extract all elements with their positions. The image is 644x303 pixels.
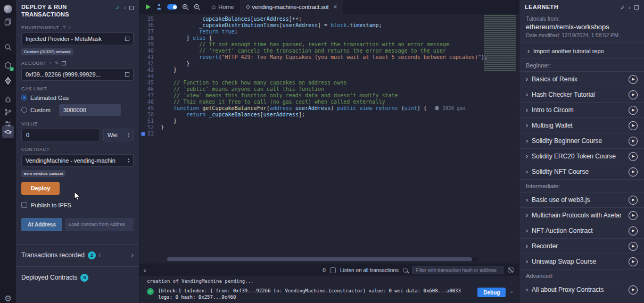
horizontal-scrollbar[interactable] [167, 257, 478, 261]
chevron-right-icon[interactable]: › [124, 5, 126, 11]
collapse-terminal-icon[interactable]: » [142, 269, 148, 271]
learneth-icon[interactable] [0, 127, 16, 138]
tutorial-item[interactable]: ›Multisig Wallet▶ [519, 117, 644, 133]
value-input[interactable] [21, 129, 100, 141]
play-icon[interactable]: ▶ [629, 137, 638, 146]
line-number[interactable]: 42 [139, 61, 161, 67]
value-unit-select[interactable]: Wei ▴▾ [103, 129, 134, 141]
listen-all-checkbox[interactable] [330, 267, 336, 273]
file-explorer-icon[interactable] [0, 16, 16, 28]
tutorial-item[interactable]: ›Basics of Remix▶ [519, 71, 644, 87]
debug-button[interactable]: Debug [477, 288, 506, 297]
play-icon[interactable]: ▶ [629, 75, 638, 84]
publish-ipfs-checkbox[interactable] [21, 202, 27, 208]
line-number[interactable]: 41 [139, 54, 161, 61]
line-number[interactable]: 52 [139, 124, 161, 131]
play-icon[interactable]: ▶ [629, 152, 638, 161]
play-icon[interactable]: ▶ [629, 167, 638, 176]
estimated-gas-radio[interactable] [21, 95, 27, 100]
tutorial-item[interactable]: ›Intro to Circom▶ [519, 102, 644, 117]
zoom-out-icon[interactable] [194, 4, 201, 11]
debugger-icon[interactable] [0, 94, 16, 105]
play-icon[interactable]: ▶ [629, 226, 638, 235]
environment-select[interactable]: Injected Provider - MetaMask [21, 32, 134, 45]
info-icon[interactable]: i [69, 25, 70, 30]
remix-logo[interactable] [0, 3, 16, 15]
line-number[interactable]: 47 [139, 92, 161, 99]
code-editor[interactable]: 35 _cupcakeBalances[userAddress]++;36 _c… [139, 14, 519, 264]
at-address-input[interactable]: Load contract from Addres [65, 218, 134, 231]
chevron-down-icon[interactable]: › [508, 290, 515, 294]
play-icon[interactable]: ▶ [629, 285, 638, 294]
play-icon[interactable]: ▶ [629, 106, 638, 115]
editor-toggle[interactable] [167, 4, 177, 10]
play-icon[interactable]: ▶ [629, 211, 638, 220]
copy-icon[interactable] [125, 72, 129, 77]
tutorial-item[interactable]: ›Multichain Protocols with Axelar▶ [519, 207, 644, 223]
run-script-icon[interactable] [145, 4, 151, 10]
zoom-in-icon[interactable] [182, 4, 189, 11]
filter-input[interactable] [412, 266, 503, 274]
tutorial-item[interactable]: ›Solidity NFT Course▶ [519, 164, 644, 179]
scrollbar-thumb[interactable] [167, 257, 472, 261]
line-number[interactable]: 50 [139, 112, 161, 118]
tutorial-item[interactable]: ›Solidity Beginner Course▶ [519, 133, 644, 148]
play-icon[interactable]: ▶ [629, 121, 638, 130]
tab-home[interactable]: ⌂ Home [206, 0, 241, 14]
tab-contract-file[interactable]: vending-machine-contract.sol × [241, 0, 344, 14]
tutorial-item[interactable]: ›NFT Auction Contract▶ [519, 223, 644, 238]
account-select[interactable]: 0xf39...92266 (9999.99929... [21, 68, 134, 81]
block-icon[interactable] [508, 267, 514, 273]
deployed-contracts-row[interactable]: Deployed Contracts 0 [16, 266, 139, 289]
popout-window-icon[interactable] [129, 6, 134, 10]
stepper-icons[interactable]: ▴▾ [128, 132, 129, 138]
line-number[interactable]: 51 [139, 118, 161, 124]
play-icon[interactable]: ▶ [629, 196, 638, 205]
line-number[interactable]: 37 [139, 29, 161, 35]
tutorial-item[interactable]: ›Solidity ERC20 Token Course▶ [519, 148, 644, 164]
line-number[interactable]: 44 [139, 73, 161, 80]
chevron-right-icon[interactable]: › [131, 251, 134, 259]
search-icon[interactable] [0, 41, 16, 53]
debugger-person-icon[interactable] [156, 4, 162, 10]
minimap[interactable] [484, 15, 516, 71]
deploy-run-icon[interactable] [0, 75, 16, 87]
breakpoint-dot[interactable] [141, 132, 145, 136]
play-icon[interactable]: ▶ [629, 257, 638, 266]
tutorial-item[interactable]: ›Hash Checker Tutorial▶ [519, 87, 644, 102]
custom-gas-radio[interactable] [21, 107, 27, 113]
line-number[interactable]: 48 [139, 99, 161, 105]
line-number[interactable]: 49 [139, 105, 161, 112]
line-number[interactable]: 45 [139, 80, 161, 86]
tutorial-item[interactable]: ›Basic use of web3.js▶ [519, 192, 644, 207]
popout-window-icon[interactable] [634, 5, 639, 10]
tutorial-item[interactable]: ›All about Proxy Contracts▶ [519, 282, 644, 297]
play-icon[interactable]: ▶ [629, 90, 638, 99]
chevron-right-icon[interactable]: › [629, 5, 631, 11]
transactions-recorded-row[interactable]: Transactions recorded 2 i › [16, 244, 139, 266]
line-number[interactable]: 40 [139, 48, 161, 54]
close-tab-icon[interactable]: × [333, 3, 337, 11]
scan-link-icon[interactable] [125, 37, 129, 41]
line-number[interactable]: 43 [139, 67, 161, 73]
import-tutorial-link[interactable]: › Import another tutorial repo [519, 43, 644, 58]
line-number[interactable]: 38 [139, 35, 161, 41]
tutorial-item[interactable]: ›Uniswap Swap Course▶ [519, 254, 644, 269]
line-number[interactable]: 36 [139, 22, 161, 29]
solidity-compiler-icon[interactable]: ✓ [0, 60, 16, 71]
play-icon[interactable]: ▶ [629, 242, 638, 251]
settings-gear-icon[interactable]: ⚙ [0, 292, 16, 303]
edit-icon[interactable]: ✎ [55, 61, 59, 66]
tutorial-item[interactable]: ›Recorder▶ [519, 238, 644, 254]
at-address-button[interactable]: At Address [21, 218, 62, 231]
git-icon[interactable] [0, 106, 16, 118]
info-icon[interactable]: i [99, 252, 100, 258]
contract-select[interactable]: VendingMachine - vending-machin ▴▾ [21, 154, 134, 167]
add-account-icon[interactable]: + [49, 61, 52, 66]
deploy-button[interactable]: Deploy [21, 182, 60, 195]
custom-gas-input[interactable] [59, 104, 121, 116]
line-number[interactable]: 46 [139, 86, 161, 92]
transaction-log-row[interactable]: ✓ [block:1 txIndex:-] from: 0xf39...9226… [147, 288, 514, 300]
copy-icon[interactable] [62, 61, 66, 65]
line-number[interactable]: 39 [139, 41, 161, 48]
